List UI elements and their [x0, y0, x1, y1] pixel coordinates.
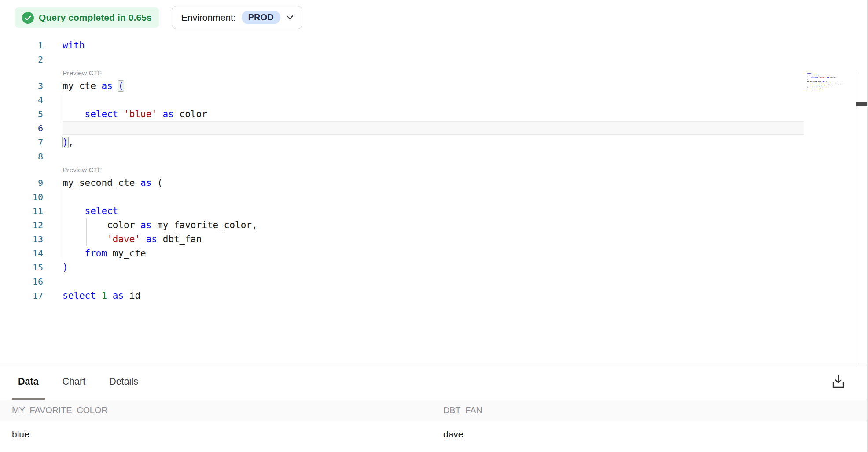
line-number: 7 — [0, 135, 43, 149]
code-line[interactable]: 16 — [0, 274, 856, 289]
results-table: MY_FAVORITE_COLORDBT_FAN bluedave — [0, 400, 867, 448]
code-line[interactable]: 3my_cte as ( — [0, 79, 856, 93]
active-line-highlight — [63, 121, 804, 135]
tab-chart[interactable]: Chart — [56, 365, 92, 400]
table-cell: blue — [0, 421, 431, 448]
code-text: with — [63, 38, 85, 52]
code-line[interactable]: 7), — [0, 135, 856, 149]
code-text: select — [63, 204, 118, 218]
line-number: 15 — [0, 260, 43, 274]
environment-selector[interactable]: Environment: PROD — [172, 6, 302, 29]
preview-cte-button[interactable]: Preview CTE — [0, 163, 856, 176]
code-line[interactable]: 5 select 'blue' as color — [0, 107, 856, 121]
environment-label: Environment: — [181, 12, 236, 23]
line-number: 13 — [0, 232, 43, 246]
code-text: select 'blue' as color — [63, 107, 207, 121]
chevron-down-icon — [286, 14, 294, 22]
line-number: 6 — [0, 121, 43, 135]
line-number: 11 — [0, 204, 43, 218]
query-editor-page: Query completed in 0.65s Environment: PR… — [0, 0, 868, 452]
scrollbar-marker[interactable] — [856, 102, 867, 106]
line-number: 14 — [0, 246, 43, 260]
line-number: 1 — [0, 38, 43, 52]
editor-scrollbar[interactable] — [856, 72, 867, 400]
code-line[interactable]: 10 — [0, 190, 856, 204]
tab-data[interactable]: Data — [12, 365, 45, 400]
code-line[interactable]: 2 — [0, 52, 856, 67]
code-text: color as my_favorite_color, — [63, 218, 257, 232]
code-line[interactable]: 6 — [0, 121, 856, 135]
results-panel: DataChartDetails MY_FAVORITE_COLORDBT_FA… — [0, 365, 867, 452]
preview-cte-button[interactable]: Preview CTE — [0, 67, 856, 79]
code-line[interactable]: 13 'dave' as dbt_fan — [0, 232, 856, 246]
line-number: 16 — [0, 274, 43, 289]
code-text: ) — [63, 260, 68, 274]
code-text: 'dave' as dbt_fan — [63, 232, 202, 246]
query-status-text: Query completed in 0.65s — [39, 12, 152, 23]
code-text: my_second_cte as ( — [63, 176, 163, 190]
table-header-row: MY_FAVORITE_COLORDBT_FAN — [0, 400, 867, 421]
line-number: 5 — [0, 107, 43, 121]
code-text: my_cte as ( — [63, 79, 124, 93]
code-text: ), — [63, 135, 74, 149]
check-circle-icon — [22, 12, 34, 24]
code-editor[interactable]: 1with2Preview CTE3my_cte as (45 select '… — [0, 35, 856, 365]
toolbar: Query completed in 0.65s Environment: PR… — [0, 0, 867, 35]
line-number: 17 — [0, 289, 43, 303]
line-number: 3 — [0, 79, 43, 93]
code-line[interactable]: 4 — [0, 93, 856, 107]
tab-details[interactable]: Details — [103, 365, 144, 400]
results-tabs: DataChartDetails — [0, 365, 867, 400]
column-header: MY_FAVORITE_COLOR — [0, 400, 431, 421]
code-text: select 1 as id — [63, 289, 140, 303]
line-number: 8 — [0, 149, 43, 163]
minimap[interactable]: withmy_cte as ( select 'blue' as color),… — [807, 73, 845, 93]
query-status-badge: Query completed in 0.65s — [15, 7, 159, 28]
download-button[interactable] — [830, 373, 847, 392]
line-number: 10 — [0, 190, 43, 204]
code-text: from my_cte — [63, 246, 146, 260]
code-line[interactable]: 15) — [0, 260, 856, 274]
code-line[interactable]: 12 color as my_favorite_color, — [0, 218, 856, 232]
code-lines: 1with2Preview CTE3my_cte as (45 select '… — [0, 38, 856, 303]
code-line[interactable]: 1with — [0, 38, 856, 52]
line-number: 12 — [0, 218, 43, 232]
line-number: 9 — [0, 176, 43, 190]
code-line[interactable]: 11 select — [0, 204, 856, 218]
download-icon — [831, 384, 845, 390]
code-line[interactable]: 9my_second_cte as ( — [0, 176, 856, 190]
line-number: 4 — [0, 93, 43, 107]
table-cell: dave — [431, 421, 867, 448]
code-line[interactable]: 14 from my_cte — [0, 246, 856, 260]
line-number: 2 — [0, 52, 43, 67]
table-row[interactable]: bluedave — [0, 421, 867, 448]
code-line[interactable]: 17select 1 as id — [0, 289, 856, 303]
environment-value-pill: PROD — [242, 11, 280, 24]
code-line[interactable]: 8 — [0, 149, 856, 163]
column-header: DBT_FAN — [431, 400, 867, 421]
